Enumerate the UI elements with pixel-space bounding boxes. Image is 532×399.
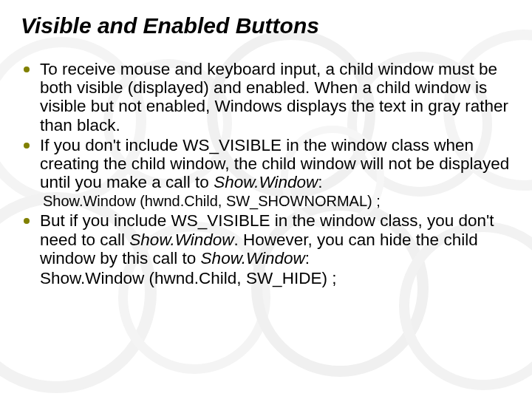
bullet-list-2: But if you include WS_VISIBLE in the win… — [21, 211, 511, 267]
code-line-1: Show.Window (hwnd.Child, SW_SHOWNORMAL) … — [21, 193, 511, 210]
bullet-3-b: Show.Window — [129, 231, 233, 249]
code-line-2: Show.Window (hwnd.Child, SW_HIDE) ; — [21, 269, 511, 287]
slide-title: Visible and Enabled Buttons — [21, 13, 511, 38]
bullet-3-d: Show.Window — [201, 249, 305, 267]
bullet-item-2: If you don't include WS_VISIBLE in the w… — [40, 136, 511, 192]
bullet-2-post: : — [318, 173, 322, 191]
bullet-1-text: To receive mouse and keyboard input, a c… — [40, 60, 508, 134]
bullet-item-3: But if you include WS_VISIBLE in the win… — [40, 211, 511, 267]
bullet-list: To receive mouse and keyboard input, a c… — [21, 60, 511, 191]
bullet-2-ital: Show.Window — [214, 173, 318, 191]
bullet-3-e: : — [305, 249, 310, 267]
slide: Visible and Enabled Buttons To receive m… — [0, 0, 532, 399]
bullet-item-1: To receive mouse and keyboard input, a c… — [40, 60, 511, 134]
